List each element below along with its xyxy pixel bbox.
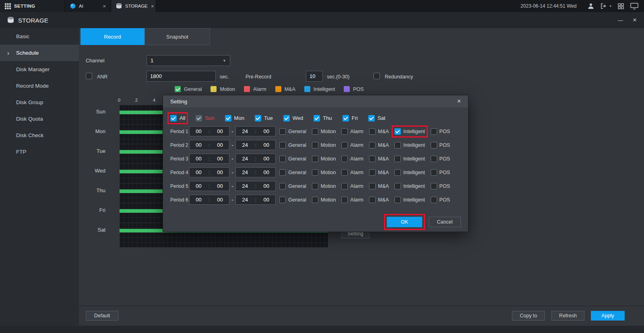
pre-record-input[interactable]: [306, 71, 323, 82]
period-start-time[interactable]: 00 : 00: [189, 167, 229, 177]
end-hour-field[interactable]: 24: [236, 197, 254, 203]
checkbox[interactable]: [431, 183, 437, 189]
end-hour-field[interactable]: 24: [236, 156, 254, 162]
checkbox[interactable]: [341, 128, 348, 135]
cancel-button[interactable]: Cancel: [429, 217, 461, 227]
end-hour-field[interactable]: 24: [236, 142, 254, 148]
checkbox[interactable]: [341, 169, 348, 176]
close-tab-icon[interactable]: ×: [151, 4, 154, 9]
checkbox[interactable]: [170, 115, 177, 121]
checkbox[interactable]: [314, 115, 320, 121]
checkbox[interactable]: [431, 197, 437, 203]
period-start-time[interactable]: 00 : 00: [189, 154, 229, 164]
type-check-general[interactable]: General: [279, 169, 306, 176]
type-check-intelligent[interactable]: Intelligent: [394, 169, 425, 176]
checkbox[interactable]: [312, 169, 318, 176]
checkbox[interactable]: [279, 183, 286, 189]
sidebar-item-basic[interactable]: Basic: [0, 28, 79, 45]
legend-alarm[interactable]: Alarm: [244, 86, 266, 92]
refresh-button[interactable]: Refresh: [551, 311, 584, 321]
day-check-thu[interactable]: Thu: [314, 115, 332, 121]
day-check-all[interactable]: All: [170, 115, 185, 121]
sidebar-item-schedule[interactable]: › Schedule: [0, 45, 79, 61]
checkbox[interactable]: [431, 156, 437, 162]
type-check-motion[interactable]: Motion: [312, 169, 336, 176]
checkbox[interactable]: [279, 197, 286, 203]
type-check-alarm[interactable]: Alarm: [341, 128, 363, 135]
checkbox[interactable]: [312, 156, 318, 162]
checkbox[interactable]: [279, 128, 286, 135]
start-hour-field[interactable]: 00: [190, 197, 208, 203]
sidebar-item-disk-check[interactable]: Disk Check: [0, 127, 79, 144]
checkbox[interactable]: [279, 169, 286, 176]
end-minute-field[interactable]: 00: [257, 156, 275, 162]
type-check-general[interactable]: General: [279, 128, 306, 135]
start-minute-field[interactable]: 00: [211, 142, 229, 148]
end-hour-field[interactable]: 24: [236, 169, 254, 175]
checkbox[interactable]: [394, 142, 401, 148]
checkbox[interactable]: [369, 183, 376, 189]
checkbox[interactable]: [394, 128, 401, 135]
type-check-intelligent[interactable]: Intelligent: [394, 142, 425, 148]
type-check-general[interactable]: General: [279, 183, 306, 189]
type-check-motion[interactable]: Motion: [312, 156, 336, 162]
end-minute-field[interactable]: 00: [257, 197, 275, 203]
type-check-intelligent[interactable]: Intelligent: [394, 128, 425, 135]
type-check-alarm[interactable]: Alarm: [341, 183, 363, 189]
day-check-fri[interactable]: Fri: [343, 115, 358, 121]
day-check-sun[interactable]: Sun: [196, 115, 214, 121]
intelligent-swatch[interactable]: [304, 86, 310, 92]
type-check-intelligent[interactable]: Intelligent: [394, 197, 425, 203]
tab-snapshot[interactable]: Snapshot: [144, 28, 210, 45]
anr-checkbox[interactable]: [86, 73, 92, 79]
sidebar-item-disk-group[interactable]: Disk Group: [0, 94, 79, 111]
checkbox[interactable]: [431, 142, 437, 148]
type-check-alarm[interactable]: Alarm: [341, 156, 363, 162]
checkbox[interactable]: [279, 156, 286, 162]
type-check-general[interactable]: General: [279, 197, 306, 203]
ma-swatch[interactable]: [275, 86, 281, 92]
type-check-pos[interactable]: POS: [431, 156, 450, 162]
type-check-intelligent[interactable]: Intelligent: [394, 156, 425, 162]
sidebar-item-disk-quota[interactable]: Disk Quota: [0, 111, 79, 127]
checkbox[interactable]: [255, 115, 261, 121]
day-check-tue[interactable]: Tue: [255, 115, 273, 121]
close-tab-icon[interactable]: ×: [103, 4, 106, 9]
end-minute-field[interactable]: 00: [257, 142, 275, 148]
chevron-down-icon[interactable]: ▾: [609, 4, 611, 8]
start-minute-field[interactable]: 00: [211, 197, 229, 203]
type-check-pos[interactable]: POS: [431, 142, 450, 148]
monitor-icon[interactable]: [630, 3, 638, 10]
motion-swatch[interactable]: [211, 86, 217, 92]
type-check-general[interactable]: General: [279, 142, 306, 148]
redundancy-checkbox[interactable]: [374, 73, 380, 79]
end-minute-field[interactable]: 00: [257, 183, 275, 189]
period-end-time[interactable]: 24 : 00: [235, 181, 276, 191]
type-check-ma[interactable]: M&A: [369, 183, 389, 189]
general-swatch[interactable]: [175, 86, 181, 92]
type-check-ma[interactable]: M&A: [369, 169, 389, 176]
type-check-general[interactable]: General: [279, 156, 306, 162]
default-button[interactable]: Default: [86, 311, 118, 321]
checkbox[interactable]: [312, 128, 318, 135]
start-hour-field[interactable]: 00: [190, 142, 208, 148]
checkbox[interactable]: [312, 142, 318, 148]
type-check-ma[interactable]: M&A: [369, 156, 389, 162]
period-end-time[interactable]: 24 : 00: [235, 167, 276, 177]
user-icon[interactable]: [588, 3, 594, 9]
type-check-alarm[interactable]: Alarm: [341, 169, 363, 176]
legend-pos[interactable]: POS: [344, 86, 363, 92]
type-check-ma[interactable]: M&A: [369, 197, 389, 203]
checkbox[interactable]: [394, 156, 401, 162]
period-start-time[interactable]: 00 : 00: [189, 195, 229, 205]
tab-setting[interactable]: SETTING: [0, 0, 65, 12]
tab-record[interactable]: Record: [80, 28, 144, 45]
checkbox[interactable]: [279, 142, 286, 148]
type-check-alarm[interactable]: Alarm: [341, 197, 363, 203]
type-check-pos[interactable]: POS: [431, 197, 450, 203]
type-check-intelligent[interactable]: Intelligent: [394, 183, 425, 189]
apply-button[interactable]: Apply: [591, 311, 625, 321]
logout-icon[interactable]: [601, 3, 607, 9]
end-minute-field[interactable]: 00: [257, 169, 275, 175]
checkbox[interactable]: [312, 183, 318, 189]
